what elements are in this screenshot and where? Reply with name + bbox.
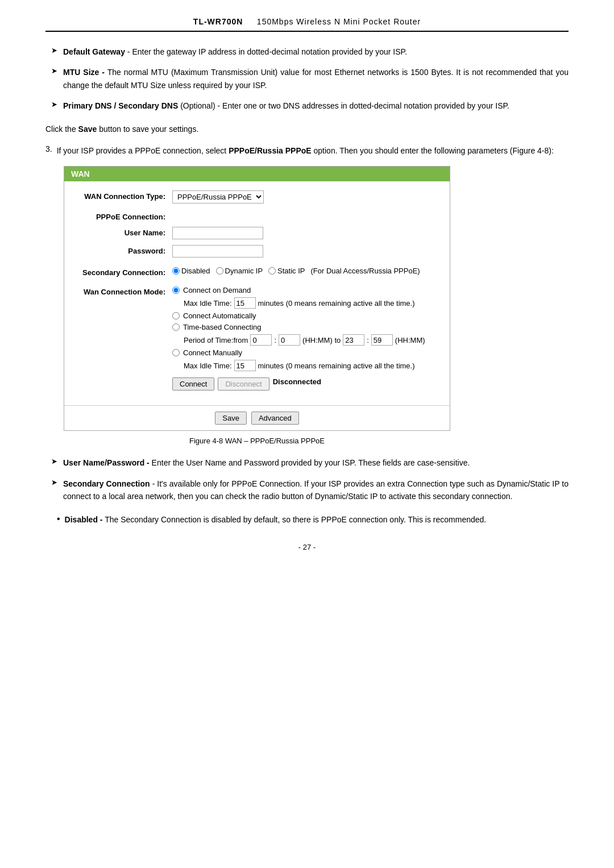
pppoe-section-label: PPPoE Connection: <box>76 213 172 221</box>
user-name-label: User Name: <box>76 227 172 237</box>
list-item: ➤ Primary DNS / Secondary DNS (Optional)… <box>45 99 569 112</box>
colon-1: : <box>274 336 276 344</box>
bullet-text: Default Gateway - Enter the gateway IP a… <box>63 45 407 58</box>
secondary-connection-label: Secondary Connection: <box>76 267 172 277</box>
disconnected-status: Disconnected <box>273 377 321 391</box>
secondary-note: (For Dual Access/Russia PPPoE) <box>310 267 420 275</box>
page-header: TL-WR700N 150Mbps Wireless N Mini Pocket… <box>45 17 569 32</box>
bold-label: MTU Size - <box>63 68 105 77</box>
secondary-connection-value: Disabled Dynamic IP Static IP (For Dual … <box>172 267 438 275</box>
colon-2: : <box>367 336 369 344</box>
model-name: TL-WR700N <box>193 17 243 26</box>
top-bullet-list: ➤ Default Gateway - Enter the gateway IP… <box>45 45 569 113</box>
hhmm-to-label: (HH:MM) <box>395 336 425 344</box>
bullet-arrow-icon: ➤ <box>51 478 57 487</box>
bullet-text: Primary DNS / Secondary DNS (Optional) -… <box>63 99 509 112</box>
list-item: ➤ MTU Size - The normal MTU (Maximum Tra… <box>45 66 569 92</box>
connect-buttons-row: Connect Disconnect Disconnected <box>172 377 438 391</box>
save-button[interactable]: Save <box>215 412 247 425</box>
disconnect-button[interactable]: Disconnect <box>218 377 269 391</box>
after-bullet-list: ➤ User Name/Password - Enter the User Na… <box>45 456 569 502</box>
time-to-m[interactable] <box>371 334 393 346</box>
header-subtitle: 150Mbps Wireless N Mini Pocket Router <box>257 17 421 26</box>
sub-bold-label: Disabled - <box>65 515 103 524</box>
connect-manually-radio[interactable] <box>172 349 180 356</box>
wan-footer: Save Advanced <box>64 405 450 430</box>
figure-caption: Figure 4-8 WAN – PPPoE/Russia PPPoE <box>64 437 450 445</box>
password-label: Password: <box>76 245 172 255</box>
bullet-dot-icon: • <box>57 514 60 524</box>
connect-on-demand-row: Connect on Demand <box>172 286 438 294</box>
user-name-row: User Name: <box>76 227 438 239</box>
header-title: TL-WR700N 150Mbps Wireless N Mini Pocket… <box>193 17 421 26</box>
step-number: 3. <box>45 144 52 153</box>
connect-on-demand-label: Connect on Demand <box>183 286 251 294</box>
dynamic-ip-radio-item[interactable]: Dynamic IP <box>216 267 263 275</box>
sub-bullet-body: The Secondary Connection is disabled by … <box>103 515 487 524</box>
hhmm-from-label: (HH:MM) to <box>302 336 341 344</box>
time-based-row: Time-based Connecting <box>172 323 438 331</box>
bullet-text: MTU Size - The normal MTU (Maximum Trans… <box>63 66 569 92</box>
step-3: 3. If your ISP provides a PPPoE connecti… <box>45 144 569 157</box>
user-name-value <box>172 227 438 239</box>
sub-bullet-text: Disabled - The Secondary Connection is d… <box>65 513 487 526</box>
click-save-text: Click the Save button to save your setti… <box>45 123 569 135</box>
dynamic-ip-radio[interactable] <box>216 267 223 275</box>
max-idle-note-2: minutes (0 means remaining active all th… <box>258 362 415 370</box>
wan-body: WAN Connection Type: PPPoE/Russia PPPoE … <box>64 181 450 405</box>
wan-connection-type-select[interactable]: PPPoE/Russia PPPoE <box>172 190 264 203</box>
connect-manually-label: Connect Manually <box>183 348 242 357</box>
time-from-m[interactable] <box>279 334 300 346</box>
user-name-input[interactable] <box>172 227 263 239</box>
max-idle-input-2[interactable] <box>234 360 256 371</box>
bold-label: Secondary Connection <box>63 479 150 488</box>
time-from-h[interactable] <box>250 334 272 346</box>
page-number: - 27 - <box>45 543 569 551</box>
wan-connection-type-label: WAN Connection Type: <box>76 190 172 201</box>
bullet-body: (Optional) - Enter one or two DNS addres… <box>178 101 509 110</box>
max-idle-note-1: minutes (0 means remaining active all th… <box>258 299 415 308</box>
bold-label: Primary DNS / Secondary DNS <box>63 101 178 110</box>
wan-header: WAN <box>64 167 450 181</box>
disabled-label: Disabled <box>181 267 210 275</box>
password-value <box>172 245 438 258</box>
bullet-arrow-icon: ➤ <box>51 46 57 55</box>
wan-connection-mode-value: Connect on Demand Max Idle Time: minutes… <box>172 286 438 391</box>
wan-connection-type-value: PPPoE/Russia PPPoE <box>172 190 438 203</box>
connect-button[interactable]: Connect <box>172 377 214 391</box>
wan-connection-mode-row: Wan Connection Mode: Connect on Demand M… <box>76 286 438 391</box>
static-ip-radio[interactable] <box>268 267 276 275</box>
password-input[interactable] <box>172 245 263 258</box>
bullet-body: The normal MTU (Maximum Transmission Uni… <box>63 68 569 89</box>
advanced-button[interactable]: Advanced <box>251 412 299 425</box>
disabled-radio[interactable] <box>172 267 180 275</box>
max-idle-label-1: Max Idle Time: <box>184 299 232 308</box>
wan-connection-mode-label: Wan Connection Mode: <box>76 286 172 296</box>
sub-list-item: • Disabled - The Secondary Connection is… <box>45 513 569 526</box>
disabled-radio-item[interactable]: Disabled <box>172 267 210 275</box>
static-ip-radio-item[interactable]: Static IP <box>268 267 305 275</box>
connection-mode-section: Connect on Demand Max Idle Time: minutes… <box>172 286 438 391</box>
bullet-body: - Enter the gateway IP address in dotted… <box>125 47 407 56</box>
password-row: Password: <box>76 245 438 258</box>
connect-automatically-radio[interactable] <box>172 312 180 319</box>
wan-connection-type-row: WAN Connection Type: PPPoE/Russia PPPoE <box>76 190 438 203</box>
bullet-body: Enter the User Name and Password provide… <box>150 458 470 467</box>
static-ip-label: Static IP <box>277 267 305 275</box>
page: TL-WR700N 150Mbps Wireless N Mini Pocket… <box>0 0 614 868</box>
list-item: ➤ Default Gateway - Enter the gateway IP… <box>45 45 569 58</box>
max-idle-label-2: Max Idle Time: <box>184 362 232 370</box>
connect-manually-row: Connect Manually <box>172 348 438 357</box>
time-based-radio[interactable] <box>172 323 180 331</box>
connect-on-demand-radio[interactable] <box>172 286 180 294</box>
wan-title: WAN <box>71 169 90 178</box>
time-based-label: Time-based Connecting <box>183 323 262 331</box>
bullet-text: Secondary Connection - It's available on… <box>63 477 569 503</box>
bold-label: User Name/Password - <box>63 458 150 467</box>
max-idle-input-1[interactable] <box>234 297 256 309</box>
bold-label: Default Gateway <box>63 47 125 56</box>
bullet-arrow-icon: ➤ <box>51 67 57 75</box>
bullet-text: User Name/Password - Enter the User Name… <box>63 456 470 469</box>
bullet-arrow-icon: ➤ <box>51 100 57 109</box>
time-to-h[interactable] <box>343 334 364 346</box>
